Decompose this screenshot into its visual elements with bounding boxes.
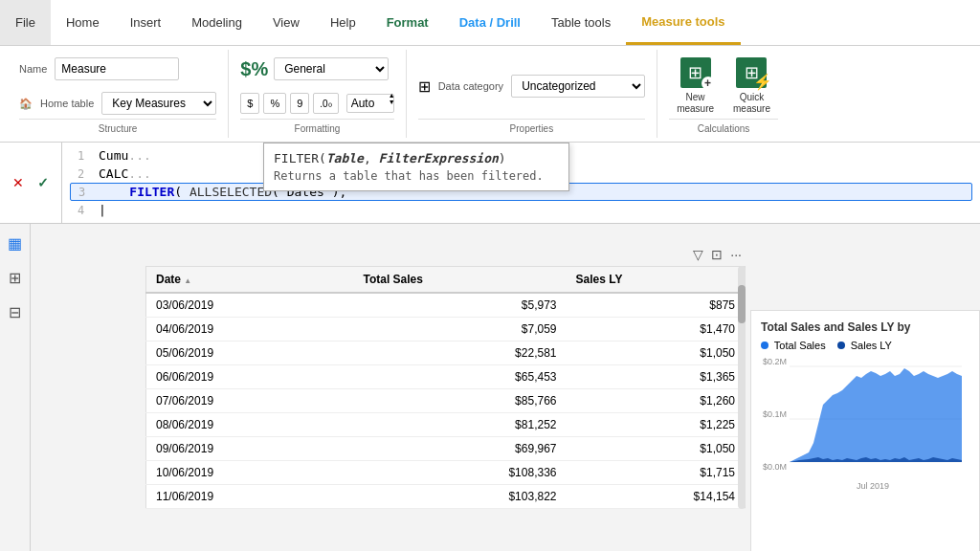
menu-insert[interactable]: Insert xyxy=(115,0,177,45)
cell-date-8: 11/06/2019 xyxy=(146,485,354,509)
table-row: 10/06/2019 $108,336 $1,715 xyxy=(146,461,746,485)
formula-actions: ✕ ✓ xyxy=(0,143,62,223)
sidebar-icon-table[interactable]: ⊞ xyxy=(4,266,27,289)
formatting-label: Formatting xyxy=(240,119,393,134)
legend-dot-total-sales xyxy=(761,342,768,349)
cell-sales-ly-6: $1,050 xyxy=(567,437,746,461)
lightning-icon: ⚡ xyxy=(753,75,772,90)
cell-total-sales-2: $22,581 xyxy=(353,342,566,365)
scroll-track[interactable] xyxy=(738,266,746,509)
cell-sales-ly-8: $14,154 xyxy=(567,485,746,509)
menu-data-drill[interactable]: Data / Drill xyxy=(444,0,536,45)
new-measure-label: Newmeasure xyxy=(677,92,714,115)
cell-sales-ly-2: $1,050 xyxy=(567,342,746,365)
col-header-total-sales[interactable]: Total Sales xyxy=(353,267,566,294)
formula-bar: ✕ ✓ 1 Cumu... 2 CALC... 3 FILTER( ALLSEL… xyxy=(0,143,980,224)
name-input[interactable] xyxy=(55,57,179,80)
table-toolbar: ▽ ⊡ ··· xyxy=(145,243,746,266)
cell-date-5: 08/06/2019 xyxy=(146,413,354,437)
comma-button[interactable]: 9 xyxy=(290,93,309,114)
menu-measure-tools[interactable]: Measure tools xyxy=(626,0,740,45)
filter-icon[interactable]: ▽ xyxy=(693,247,703,262)
cell-sales-ly-4: $1,260 xyxy=(567,389,746,413)
table-container: Date ▲ Total Sales Sales LY 03/06/2019 $… xyxy=(145,266,746,509)
main-area: ▦ ⊞ ⊟ ▽ ⊡ ··· Date ▲ Total Sales Sales L… xyxy=(0,224,980,551)
ribbon-group-properties: ⊞ Data category Uncategorized Properties xyxy=(407,50,657,138)
home-table-select[interactable]: Key Measures xyxy=(101,92,216,115)
quick-measure-icon-container: ⊞ ⚡ xyxy=(736,57,767,88)
content-area: ▽ ⊡ ··· Date ▲ Total Sales Sales LY 03/0… xyxy=(31,224,980,551)
table-row: 09/06/2019 $69,967 $1,050 xyxy=(146,437,746,461)
new-icon-badge: + xyxy=(702,77,715,90)
cell-total-sales-5: $81,252 xyxy=(353,413,566,437)
scroll-thumb[interactable] xyxy=(738,285,746,323)
cell-total-sales-4: $85,766 xyxy=(353,389,566,413)
cell-date-2: 05/06/2019 xyxy=(146,342,354,365)
spinner-up[interactable]: ▲ xyxy=(389,92,395,99)
cell-sales-ly-7: $1,715 xyxy=(567,461,746,485)
chart-y-1: $0.1M xyxy=(763,409,787,419)
menu-file[interactable]: File xyxy=(0,0,51,45)
formula-text-1: Cumu... xyxy=(99,148,151,163)
cell-date-1: 04/06/2019 xyxy=(146,318,354,342)
formula-content[interactable]: 1 Cumu... 2 CALC... 3 FILTER( ALLSELECTE… xyxy=(62,143,980,223)
chart-visual: $0.2M $0.1M $0.0M Total Sales and Sales … xyxy=(761,357,969,491)
formula-line-4: 4 | xyxy=(70,201,972,219)
menu-help[interactable]: Help xyxy=(315,0,371,45)
svg-marker-3 xyxy=(790,368,962,462)
autocomplete-func: FILTER( xyxy=(274,151,326,165)
formula-confirm-button[interactable]: ✓ xyxy=(33,172,54,193)
new-measure-button[interactable]: ⊞ + Newmeasure xyxy=(669,54,722,119)
decimal-increase-button[interactable]: .0₀ xyxy=(313,93,338,114)
format-select[interactable]: General xyxy=(274,57,389,80)
table-row: 05/06/2019 $22,581 $1,050 xyxy=(146,342,746,365)
cell-sales-ly-1: $1,470 xyxy=(567,318,746,342)
auto-input[interactable] xyxy=(346,94,394,113)
formula-cancel-button[interactable]: ✕ xyxy=(8,172,29,193)
sidebar-icon-barchart[interactable]: ▦ xyxy=(4,231,27,254)
line-number-4: 4 xyxy=(78,204,91,217)
home-table-label: Home table xyxy=(40,98,94,109)
grid-icon[interactable]: ⊡ xyxy=(711,247,723,262)
home-icon: 🏠 xyxy=(19,98,33,110)
format-top-row: $% General xyxy=(240,54,393,84)
cell-total-sales-3: $65,453 xyxy=(353,365,566,389)
format-icon: $% xyxy=(240,58,268,80)
cell-total-sales-7: $108,336 xyxy=(353,461,566,485)
quick-measure-button[interactable]: ⊞ ⚡ Quickmeasure xyxy=(725,54,778,119)
autocomplete-sep: , xyxy=(364,151,379,165)
data-category-select[interactable]: Uncategorized xyxy=(511,75,645,98)
properties-label: Properties xyxy=(418,119,645,134)
menu-home[interactable]: Home xyxy=(51,0,115,45)
percent-button[interactable]: % xyxy=(263,93,286,114)
menu-view[interactable]: View xyxy=(257,0,315,45)
menu-table-tools[interactable]: Table tools xyxy=(536,0,626,45)
table-row: 04/06/2019 $7,059 $1,470 xyxy=(146,318,746,342)
autocomplete-close: ) xyxy=(499,151,506,165)
table-row: 08/06/2019 $81,252 $1,225 xyxy=(146,413,746,437)
col-header-sales-ly[interactable]: Sales LY xyxy=(567,267,746,294)
cell-sales-ly-5: $1,225 xyxy=(567,413,746,437)
cell-date-0: 03/06/2019 xyxy=(146,293,354,318)
more-icon[interactable]: ··· xyxy=(730,247,742,262)
formula-text-2: CALC... xyxy=(99,166,151,181)
chart-x-label: Jul 2019 xyxy=(857,481,889,491)
sidebar-icon-model[interactable]: ⊟ xyxy=(4,300,27,323)
quick-measure-label: Quickmeasure xyxy=(733,92,770,115)
data-category-icon: ⊞ xyxy=(418,77,431,96)
col-header-date[interactable]: Date ▲ xyxy=(146,267,354,294)
spinner-down[interactable]: ▼ xyxy=(389,99,395,105)
legend-label-sales-ly: Sales LY xyxy=(851,340,892,351)
menu-format[interactable]: Format xyxy=(371,0,444,45)
autocomplete-popup: FILTER(Table, FilterExpression) Returns … xyxy=(263,143,569,191)
cell-date-6: 09/06/2019 xyxy=(146,437,354,461)
ribbon: Name 🏠 Home table Key Measures Structure… xyxy=(0,46,980,143)
table-row: 11/06/2019 $103,822 $14,154 xyxy=(146,485,746,509)
data-table: Date ▲ Total Sales Sales LY 03/06/2019 $… xyxy=(145,266,746,509)
sidebar: ▦ ⊞ ⊟ xyxy=(0,224,31,551)
autocomplete-title: FILTER(Table, FilterExpression) xyxy=(274,151,559,165)
data-category-row: ⊞ Data category Uncategorized xyxy=(418,54,645,119)
menu-modeling[interactable]: Modeling xyxy=(176,0,257,45)
dollar-button[interactable]: $ xyxy=(240,93,259,114)
data-category-label: Data category xyxy=(438,80,503,92)
